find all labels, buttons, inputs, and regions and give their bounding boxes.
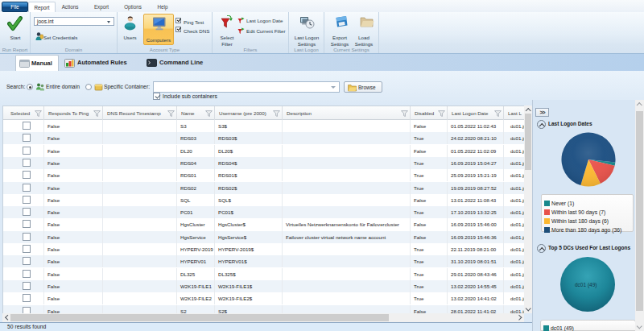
svg-text:dc01 (49): dc01 (49) [575,282,597,288]
